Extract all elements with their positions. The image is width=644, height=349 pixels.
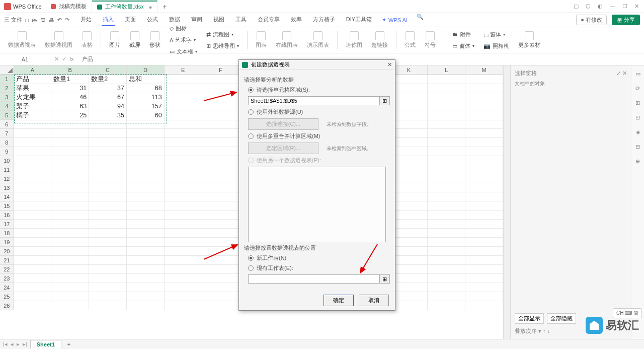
cell[interactable]: [428, 301, 465, 310]
cell[interactable]: [202, 301, 240, 310]
cell[interactable]: [390, 138, 428, 147]
cell[interactable]: [390, 292, 428, 301]
cell[interactable]: [165, 75, 202, 84]
cell[interactable]: [465, 265, 503, 274]
cell[interactable]: [165, 84, 202, 93]
radio-select-range[interactable]: 请选择单元格区域(S):: [248, 86, 390, 94]
cell[interactable]: [51, 265, 89, 274]
form-button[interactable]: ▭ 窗体▾: [449, 41, 477, 51]
cell[interactable]: [127, 256, 165, 265]
cell[interactable]: 67: [89, 93, 127, 102]
cell[interactable]: [390, 111, 428, 120]
row-header[interactable]: 17: [0, 220, 14, 229]
cell[interactable]: [165, 102, 202, 111]
range-picker-icon[interactable]: ⊞: [380, 274, 390, 284]
cell[interactable]: [202, 247, 240, 256]
cell[interactable]: [202, 211, 240, 220]
cell[interactable]: [127, 147, 165, 156]
cell[interactable]: [14, 138, 52, 147]
cell[interactable]: [390, 238, 428, 247]
cell[interactable]: [14, 147, 52, 156]
cell[interactable]: 63: [51, 102, 89, 111]
menu-ffgz[interactable]: 方方格子: [312, 14, 336, 26]
save-icon[interactable]: 🖫: [40, 17, 46, 23]
cell[interactable]: [202, 120, 240, 129]
cell[interactable]: [428, 183, 465, 192]
cell[interactable]: [127, 120, 165, 129]
cell[interactable]: [465, 301, 503, 310]
tool-icon[interactable]: ⊟: [635, 144, 640, 150]
undo-icon[interactable]: ↶: [57, 17, 62, 23]
cell[interactable]: [465, 111, 503, 120]
cell[interactable]: [51, 211, 89, 220]
cell[interactable]: [51, 174, 89, 183]
cell[interactable]: 35: [89, 111, 127, 120]
cell[interactable]: 梨子: [14, 102, 52, 111]
cell[interactable]: [89, 301, 127, 310]
cell[interactable]: [51, 220, 89, 229]
select-all-corner[interactable]: [0, 65, 14, 74]
cell[interactable]: [14, 292, 52, 301]
cell[interactable]: [89, 274, 127, 283]
cell[interactable]: [14, 238, 52, 247]
cell[interactable]: [465, 84, 503, 93]
mindmap-button[interactable]: ⊞ 思维导图▾: [203, 41, 242, 51]
cell[interactable]: [51, 201, 89, 211]
cell[interactable]: [89, 129, 127, 138]
cell[interactable]: [165, 120, 202, 129]
row-header[interactable]: 15: [0, 201, 14, 211]
cell[interactable]: [202, 75, 240, 84]
cell[interactable]: [165, 93, 202, 102]
cell[interactable]: [14, 201, 52, 211]
tool-icon[interactable]: ▭: [635, 71, 640, 77]
avatar-icon[interactable]: ◐: [598, 3, 603, 10]
cell[interactable]: 113: [127, 93, 165, 102]
row-header[interactable]: 21: [0, 256, 14, 265]
cell[interactable]: [202, 93, 240, 102]
cell[interactable]: [390, 256, 428, 265]
cell[interactable]: 157: [127, 102, 165, 111]
col-header[interactable]: D: [127, 65, 165, 74]
close-icon[interactable]: ✕: [634, 3, 639, 10]
cell[interactable]: 橘子: [14, 111, 52, 120]
row-header[interactable]: 9: [0, 147, 14, 156]
wps-ai-button[interactable]: ✦ WPS AI: [382, 14, 408, 26]
menu-start[interactable]: 开始: [79, 14, 93, 26]
dialog-close-icon[interactable]: ✕: [387, 61, 392, 68]
sheet-first-icon[interactable]: |◂: [3, 341, 8, 347]
cancel-button[interactable]: 取消: [359, 295, 389, 306]
formula-value[interactable]: 产品: [78, 55, 93, 63]
cell[interactable]: [390, 84, 428, 93]
file-menu[interactable]: 三 文件 □ 🗁 🖫 🖶 ↶ ↷: [4, 16, 69, 24]
cell[interactable]: [428, 292, 465, 301]
table-button[interactable]: 表格: [78, 30, 96, 50]
cell[interactable]: [202, 265, 240, 274]
cell[interactable]: [127, 247, 165, 256]
cell[interactable]: [14, 165, 52, 174]
cell[interactable]: [127, 301, 165, 310]
cell[interactable]: [165, 147, 202, 156]
show-all-button[interactable]: 全部显示: [515, 313, 544, 324]
pending-changes-button[interactable]: ● 有修改: [576, 15, 607, 25]
sheet-add-button[interactable]: +: [64, 341, 73, 347]
cell[interactable]: [390, 165, 428, 174]
cell[interactable]: [89, 156, 127, 165]
cell[interactable]: [465, 183, 503, 192]
cell[interactable]: [390, 120, 428, 129]
cell[interactable]: [14, 174, 52, 183]
cell[interactable]: [390, 265, 428, 274]
cell[interactable]: [428, 111, 465, 120]
cell[interactable]: [89, 174, 127, 183]
cell[interactable]: [51, 183, 89, 192]
cell[interactable]: [465, 292, 503, 301]
row-header[interactable]: 4: [0, 102, 14, 111]
cell[interactable]: [465, 174, 503, 183]
row-header[interactable]: 11: [0, 165, 14, 174]
cell[interactable]: 苹果: [14, 84, 52, 93]
radio-existing-sheet[interactable]: 现有工作表(E):: [248, 264, 390, 272]
online-chart-button[interactable]: 在线图表: [273, 30, 301, 50]
sheet-next-icon[interactable]: ▸: [17, 341, 20, 347]
cell[interactable]: [428, 147, 465, 156]
cell[interactable]: [428, 93, 465, 102]
cell[interactable]: [465, 201, 503, 211]
